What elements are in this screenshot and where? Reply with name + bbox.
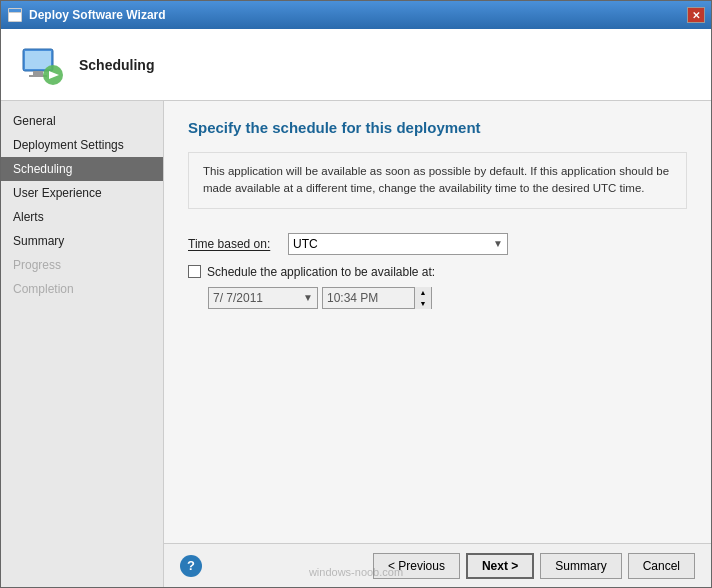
previous-button[interactable]: < Previous bbox=[373, 553, 460, 579]
sidebar: General Deployment Settings Scheduling U… bbox=[1, 101, 164, 587]
time-based-on-row: Time based on: UTC ▼ bbox=[188, 233, 687, 255]
sidebar-item-deployment-settings[interactable]: Deployment Settings bbox=[1, 133, 163, 157]
date-input[interactable]: 7/ 7/2011 ▼ bbox=[208, 287, 318, 309]
footer-right: < Previous Next > Summary Cancel bbox=[373, 553, 695, 579]
schedule-checkbox-label: Schedule the application to be available… bbox=[207, 265, 435, 279]
panel-content: Specify the schedule for this deployment… bbox=[164, 101, 711, 543]
right-panel: Specify the schedule for this deployment… bbox=[164, 101, 711, 587]
schedule-checkbox-row: Schedule the application to be available… bbox=[188, 265, 687, 279]
summary-button[interactable]: Summary bbox=[540, 553, 621, 579]
sidebar-item-alerts[interactable]: Alerts bbox=[1, 205, 163, 229]
window-title: Deploy Software Wizard bbox=[29, 8, 166, 22]
header-area: Scheduling bbox=[1, 29, 711, 101]
info-box: This application will be available as so… bbox=[188, 152, 687, 209]
sidebar-item-scheduling[interactable]: Scheduling bbox=[1, 157, 163, 181]
time-input[interactable]: 10:34 PM ▲ ▼ bbox=[322, 287, 432, 309]
time-based-on-value: UTC bbox=[293, 237, 318, 251]
time-decrement-button[interactable]: ▼ bbox=[415, 298, 431, 309]
next-button[interactable]: Next > bbox=[466, 553, 534, 579]
time-based-on-label: Time based on: bbox=[188, 237, 288, 251]
title-bar-left: Deploy Software Wizard bbox=[7, 7, 166, 23]
wizard-icon bbox=[7, 7, 23, 23]
wizard-window: Deploy Software Wizard ✕ Scheduling Gene… bbox=[0, 0, 712, 588]
chevron-down-icon: ▼ bbox=[493, 238, 503, 249]
schedule-checkbox[interactable] bbox=[188, 265, 201, 278]
chevron-down-icon: ▼ bbox=[303, 292, 313, 303]
header-title: Scheduling bbox=[79, 57, 154, 73]
time-based-on-select[interactable]: UTC ▼ bbox=[288, 233, 508, 255]
time-increment-button[interactable]: ▲ bbox=[415, 287, 431, 298]
sidebar-item-progress: Progress bbox=[1, 253, 163, 277]
panel-title: Specify the schedule for this deployment bbox=[188, 119, 687, 136]
title-bar: Deploy Software Wizard ✕ bbox=[1, 1, 711, 29]
svg-rect-4 bbox=[25, 51, 51, 69]
svg-rect-5 bbox=[33, 71, 43, 75]
help-button[interactable]: ? bbox=[180, 555, 202, 577]
cancel-button[interactable]: Cancel bbox=[628, 553, 695, 579]
date-value: 7/ 7/2011 bbox=[213, 291, 263, 305]
time-spinner[interactable]: ▲ ▼ bbox=[414, 287, 431, 309]
sidebar-item-completion: Completion bbox=[1, 277, 163, 301]
svg-rect-2 bbox=[9, 13, 21, 21]
time-value: 10:34 PM bbox=[323, 291, 414, 305]
svg-rect-1 bbox=[9, 9, 21, 12]
footer: ? < Previous Next > Summary Cancel bbox=[164, 543, 711, 587]
main-content: General Deployment Settings Scheduling U… bbox=[1, 101, 711, 587]
sidebar-item-user-experience[interactable]: User Experience bbox=[1, 181, 163, 205]
sidebar-item-general[interactable]: General bbox=[1, 109, 163, 133]
footer-left: ? bbox=[180, 555, 202, 577]
date-time-row: 7/ 7/2011 ▼ 10:34 PM ▲ ▼ bbox=[208, 287, 687, 309]
sidebar-item-summary[interactable]: Summary bbox=[1, 229, 163, 253]
deploy-icon bbox=[17, 41, 65, 89]
close-button[interactable]: ✕ bbox=[687, 7, 705, 23]
